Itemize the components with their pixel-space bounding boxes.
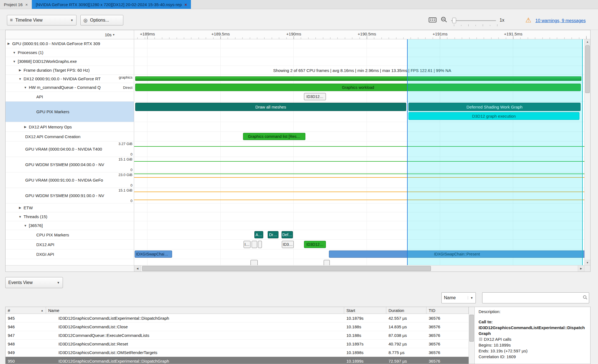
timeline-bar-dx12-call[interactable]: ID3D12… bbox=[304, 241, 326, 248]
tree-item-frame-duration[interactable]: ▶ Frame duration (Target FPS: 60 Hz) bbox=[6, 66, 116, 74]
category-chip bbox=[479, 338, 482, 341]
tree-item-process[interactable]: ▼ [30868] D3D12WorkGraphs.exe bbox=[6, 57, 116, 66]
timeline-view-label: Timeline View bbox=[15, 18, 43, 23]
tree-item-gpu[interactable]: ▶ GPU (0000:91:00.0 - NVIDIA GeForce RTX… bbox=[6, 39, 116, 48]
timeline-bar-dx12-call[interactable] bbox=[252, 241, 257, 248]
events-table: # ▲ Name Start Duration TID 945 ID3D12Gr… bbox=[6, 307, 469, 364]
table-row[interactable]: 946 ID3D12GraphicsCommandList::Close 10.… bbox=[6, 322, 469, 331]
tree-item-dxgi-api[interactable]: DXGI API bbox=[6, 249, 116, 259]
scrollbar-thumb[interactable] bbox=[585, 45, 590, 93]
search-input[interactable] bbox=[482, 292, 589, 303]
search-icon[interactable] bbox=[583, 295, 586, 299]
scrollbar-thumb[interactable] bbox=[142, 266, 431, 271]
timeline-rows: ▶ GPU (0000:91:00.0 - NVIDIA GeForce RTX… bbox=[6, 39, 590, 265]
tree-item-cpu-pix-markers[interactable]: CPU PIX Markers bbox=[6, 230, 116, 239]
scrollbar-thumb[interactable] bbox=[469, 315, 474, 342]
tree-item-cmd-creation[interactable]: DX12 API Command Creation bbox=[6, 132, 116, 141]
tree-item-etw[interactable]: ▶ ETW bbox=[6, 203, 116, 212]
timeline-bar[interactable] bbox=[251, 260, 258, 265]
scroll-down-icon[interactable]: ▼ bbox=[585, 260, 590, 265]
scroll-up-icon[interactable]: ▲ bbox=[585, 39, 590, 45]
tree-item-sysmem-04[interactable]: GPU WDDM SYSMEM (0000:04:00.0 - NV bbox=[6, 157, 116, 172]
tree-item-mem-ops[interactable]: ▶ DX12 API Memory Ops bbox=[6, 122, 116, 131]
options-button[interactable]: ◎ Options... bbox=[80, 15, 123, 25]
tab-project[interactable]: Project 16 × bbox=[0, 0, 32, 9]
table-row[interactable]: 948 ID3D12GraphicsCommandList::Reset 10.… bbox=[6, 340, 469, 348]
timeline-row bbox=[6, 259, 590, 265]
timeline-horizontal-scrollbar[interactable]: ◀ ▶ bbox=[6, 265, 590, 272]
timeline-bar-dx12-call[interactable] bbox=[258, 241, 262, 248]
tree-item-vram-t400[interactable]: GPU VRAM (0000:04:00.0 - NVIDIA T400 bbox=[6, 141, 116, 157]
timeline-bar-cpu-pix[interactable]: Dr… bbox=[268, 231, 278, 238]
timeline-bar-swapchain[interactable]: IDXGISwapChai… bbox=[135, 251, 172, 258]
timeline-bar-cmd-list[interactable]: Graphics command list [Res… bbox=[243, 133, 305, 140]
expand-collapsed-icon[interactable]: ▶ bbox=[18, 206, 22, 210]
tree-item-gpu-pix-markers[interactable]: GPU PIX Markers bbox=[6, 102, 116, 122]
table-row[interactable]: 945 ID3D12GraphicsCommandListExperimenta… bbox=[6, 314, 469, 322]
close-icon[interactable]: × bbox=[185, 2, 187, 7]
timeline-row: GPU WDDM SYSMEM (0000:04:00.0 - NV 15.1 … bbox=[6, 157, 590, 172]
scroll-right-icon[interactable]: ▶ bbox=[578, 265, 584, 272]
keyboard-shortcuts-icon[interactable] bbox=[429, 17, 436, 22]
table-row-selected[interactable]: 950 ID3D12GraphicsCommandListExperimenta… bbox=[6, 357, 469, 364]
filter-field-dropdown[interactable]: Name ▼ bbox=[441, 292, 476, 303]
timeline-bar-cpu-pix[interactable]: A… bbox=[254, 231, 263, 238]
scroll-left-icon[interactable]: ◀ bbox=[134, 265, 141, 272]
gutter-min-label: 0 bbox=[131, 168, 132, 172]
column-header-start[interactable]: Start bbox=[344, 307, 386, 314]
timeline-bar-graphics-queue[interactable] bbox=[135, 76, 581, 81]
timeline-bar-cpu-pix[interactable]: Def… bbox=[282, 231, 293, 238]
zoom-out-icon[interactable] bbox=[441, 17, 446, 21]
tree-item-dx12-api[interactable]: DX12 API bbox=[6, 240, 116, 249]
tree-item-processes[interactable]: ▼ Processes (1) bbox=[6, 48, 116, 57]
expand-collapsed-icon[interactable]: ▶ bbox=[24, 125, 27, 129]
tree-item-api[interactable]: API bbox=[6, 92, 116, 101]
tree-item-vram-91[interactable]: GPU VRAM (0000:91:00.0 - NVIDIA GeFo bbox=[6, 172, 116, 188]
chevron-down-icon: ▼ bbox=[57, 281, 60, 284]
column-header-tid[interactable]: TID bbox=[426, 307, 469, 314]
expand-expanded-icon[interactable]: ▼ bbox=[12, 60, 16, 63]
tree-item-sysmem-91[interactable]: GPU WDDM SYSMEM (0000:91:00.0 - NV bbox=[6, 188, 116, 203]
timeline-bar-dx12-call[interactable]: ID3… bbox=[282, 241, 294, 248]
tree-item-hw-queue[interactable]: ▼ HW m_commandQueue - Command Q bbox=[6, 83, 116, 92]
tree-item-thread[interactable]: ▼ [36576] bbox=[6, 221, 116, 230]
expand-collapsed-icon[interactable]: ▶ bbox=[7, 42, 11, 45]
timeline-view-dropdown[interactable]: ≡ Timeline View ▼ bbox=[7, 15, 76, 25]
tree-item-dx12-device[interactable]: ▼ DX12 0000:91:00.0 - NVIDIA GeForce RT bbox=[6, 75, 116, 83]
close-icon[interactable]: × bbox=[25, 2, 28, 7]
timeline-bar-graphics-workload[interactable]: Graphics workload bbox=[135, 84, 581, 91]
expand-expanded-icon[interactable]: ▼ bbox=[12, 51, 16, 54]
tree-item-threads[interactable]: ▼ Threads (15) bbox=[6, 212, 116, 221]
events-table-scrollbar[interactable] bbox=[469, 307, 474, 364]
column-header-index[interactable]: # ▲ bbox=[6, 307, 46, 314]
timeline-vertical-scrollbar[interactable]: ▲ ▼ bbox=[584, 39, 590, 265]
column-header-duration[interactable]: Duration bbox=[386, 307, 426, 314]
events-view-dropdown[interactable]: Events View ▼ bbox=[5, 277, 63, 288]
tab-report-active[interactable]: [NVIDIA GeForce RTX 3090][1280 x 720][DX… bbox=[32, 0, 191, 9]
timeline-row: DX12 API Command Creation Graphics comma… bbox=[6, 132, 590, 141]
timeline-bar-graph-execution[interactable]: D3D12 graph execution bbox=[408, 112, 579, 120]
timeline-bar-swapchain-present[interactable]: IDXGISwapChain::Present bbox=[329, 251, 585, 258]
timeline-bar[interactable] bbox=[324, 260, 330, 265]
expand-expanded-icon[interactable]: ▼ bbox=[24, 224, 27, 227]
table-row[interactable]: 949 ID3D12GraphicsCommandList::OMSetRend… bbox=[6, 348, 469, 357]
timeline-bar-api-call[interactable]: ID3D12… bbox=[304, 93, 326, 100]
column-header-name[interactable]: Name bbox=[46, 307, 344, 314]
search-box bbox=[482, 292, 589, 303]
ruler-tick-label: +189.5ms bbox=[211, 32, 230, 36]
timeline-bar-dx12-call[interactable]: I… bbox=[244, 241, 251, 248]
zoom-slider[interactable] bbox=[451, 20, 496, 21]
timeline-bar-draw-all-meshes[interactable]: Draw all meshes bbox=[135, 103, 406, 111]
tree-item-clipped[interactable] bbox=[6, 259, 116, 265]
expand-expanded-icon[interactable]: ▼ bbox=[24, 86, 27, 89]
expand-collapsed-icon[interactable]: ▶ bbox=[18, 68, 22, 72]
timeline-bar-deferred-shading[interactable]: Deferred Shading Work Graph bbox=[408, 103, 581, 111]
expand-expanded-icon[interactable]: ▼ bbox=[18, 215, 22, 218]
timeline-row: ▼ HW m_commandQueue - Command Q Direct G… bbox=[6, 83, 590, 92]
expand-expanded-icon[interactable]: ▼ bbox=[18, 77, 22, 81]
zoom-slider-handle[interactable] bbox=[452, 18, 456, 23]
description-heading: Description: bbox=[479, 309, 586, 314]
timescale-selector[interactable]: 10s ▾ bbox=[6, 30, 134, 39]
warnings-messages-link[interactable]: 10 warnings, 9 messages bbox=[535, 18, 586, 23]
table-row[interactable]: 947 ID3D12CommandQueue::ExecuteCommandLi… bbox=[6, 331, 469, 340]
